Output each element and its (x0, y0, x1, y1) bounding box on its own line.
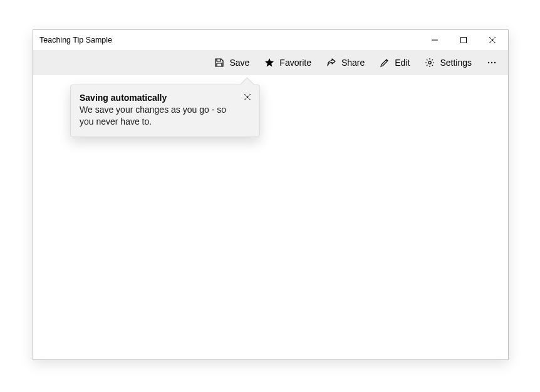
svg-point-6 (491, 62, 492, 63)
minimize-button[interactable] (420, 31, 449, 49)
edit-button[interactable]: Edit (373, 54, 416, 71)
star-icon (264, 58, 274, 68)
share-button[interactable]: Share (320, 54, 371, 71)
maximize-icon (460, 34, 467, 46)
svg-rect-1 (461, 38, 467, 43)
save-label: Save (229, 58, 249, 68)
titlebar: Teaching Tip Sample (33, 30, 508, 50)
more-icon (487, 58, 497, 68)
content-area: Saving automatically We save your change… (33, 75, 508, 359)
close-icon (244, 91, 251, 103)
tip-close-button[interactable] (239, 89, 256, 105)
svg-point-5 (488, 62, 489, 63)
application-window: Teaching Tip Sample (33, 29, 509, 360)
teaching-tip: Saving automatically We save your change… (70, 85, 260, 137)
more-button[interactable] (480, 54, 503, 71)
caption-controls (420, 31, 507, 49)
minimize-icon (432, 34, 438, 46)
maximize-button[interactable] (449, 31, 478, 49)
share-icon (326, 58, 336, 68)
edit-icon (380, 58, 390, 68)
edit-label: Edit (395, 58, 410, 68)
tip-body: We save your changes as you go - so you … (80, 104, 251, 128)
favorite-button[interactable]: Favorite (258, 54, 318, 71)
save-icon (214, 58, 224, 68)
svg-point-7 (494, 62, 496, 63)
settings-label: Settings (440, 58, 472, 68)
gear-icon (425, 58, 435, 68)
share-label: Share (341, 58, 365, 68)
close-button[interactable] (478, 31, 507, 49)
save-button[interactable]: Save (208, 54, 256, 71)
close-icon (489, 34, 496, 46)
tip-title: Saving automatically (80, 93, 251, 103)
settings-button[interactable]: Settings (418, 54, 478, 71)
toolbar: Save Favorite Share Edit Settings (33, 50, 508, 75)
svg-point-4 (428, 61, 431, 64)
window-title: Teaching Tip Sample (39, 36, 112, 44)
favorite-label: Favorite (279, 58, 311, 68)
